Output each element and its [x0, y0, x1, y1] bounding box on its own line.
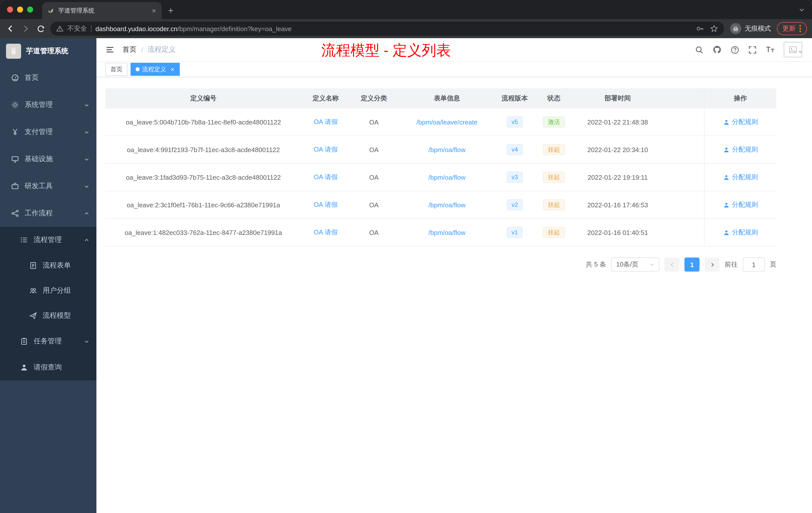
chevron-down-icon — [649, 262, 654, 267]
minimize-window-button[interactable] — [17, 6, 23, 12]
definition-id: oa_leave:2:3c1f0ef1-76b1-11ec-9c66-a2380… — [106, 191, 301, 218]
forward-icon[interactable] — [20, 23, 31, 34]
omnibox-divider — [91, 25, 91, 32]
sidebar-item-label: 用户分组 — [43, 286, 89, 295]
sidebar-item-label: 系统管理 — [25, 100, 78, 110]
logo-avatar — [6, 44, 21, 59]
tab-search-chevron-icon[interactable] — [799, 6, 812, 13]
back-icon[interactable] — [5, 23, 16, 34]
chevron-down-icon — [84, 129, 89, 135]
assign-rule-button[interactable]: 分配规则 — [723, 228, 758, 237]
breadcrumb: 首页 / 流程定义 — [122, 45, 176, 54]
table-header: 定义名称 — [301, 88, 350, 109]
assign-rule-label: 分配规则 — [732, 117, 758, 126]
goto-page-input[interactable] — [743, 258, 765, 272]
deploy-time: 2022-01-16 01:40:51 — [575, 219, 661, 246]
sidebar-item-process-form[interactable]: 流程表单 — [0, 253, 96, 278]
sidebar-item-user-group[interactable]: 用户分组 — [0, 278, 96, 303]
form-info-link[interactable]: /bpm/oa/leave/create — [416, 118, 477, 126]
assign-rule-button[interactable]: 分配规则 — [723, 145, 758, 154]
sidebar-item-workflow[interactable]: 工作流程 — [0, 200, 96, 227]
definition-name-link[interactable]: OA 请假 — [314, 145, 338, 154]
form-info-link[interactable]: /bpm/oa/flow — [428, 174, 465, 181]
bookmark-star-icon[interactable] — [710, 25, 718, 33]
sidebar-item-label: 请假查询 — [34, 363, 89, 372]
chrome-update-button[interactable]: 更新 — [777, 22, 807, 35]
current-page-button[interactable]: 1 — [685, 258, 699, 272]
sidebar-item-dev-tools[interactable]: 研发工具 — [0, 173, 96, 200]
sidebar-item-process-model[interactable]: 流程模型 — [0, 303, 96, 328]
table-header: 操作 — [704, 88, 776, 109]
address-bar[interactable]: 不安全 dashboard.yudao.iocoder.cn/bpm/manag… — [50, 22, 724, 36]
chevron-up-icon — [84, 237, 89, 243]
gear-icon — [11, 101, 19, 109]
new-tab-button[interactable] — [164, 3, 178, 18]
tab-close-icon[interactable] — [151, 8, 157, 13]
definition-name-link[interactable]: OA 请假 — [314, 117, 338, 126]
sidebar-logo[interactable]: 芋道管理系统 — [0, 38, 96, 64]
main-area: 首页 / 流程定义 流程模型 - 定义列表 — [96, 38, 812, 513]
security-label[interactable]: 不安全 — [67, 24, 87, 33]
url-path: /bpm/manager/definition?key=oa_leave — [177, 25, 292, 32]
yen-icon — [11, 128, 19, 136]
browser-toolbar: 不安全 dashboard.yudao.iocoder.cn/bpm/manag… — [0, 19, 812, 38]
assign-rule-button[interactable]: 分配规则 — [723, 200, 758, 209]
tag-process-definition[interactable]: 流程定义 — [130, 63, 180, 76]
status-badge: 挂起 — [543, 227, 565, 238]
definition-category: OA — [350, 191, 398, 218]
fullscreen-icon[interactable] — [748, 46, 757, 54]
browser-tab[interactable]: 芋道管理系统 — [42, 2, 162, 19]
security-warning-icon[interactable] — [56, 25, 63, 32]
definition-category: OA — [350, 109, 398, 135]
sidebar-item-label: 基础设施 — [25, 155, 78, 163]
close-window-button[interactable] — [7, 6, 13, 12]
sidebar-item-infrastructure[interactable]: 基础设施 — [0, 146, 96, 173]
password-key-icon[interactable] — [696, 25, 704, 33]
font-size-icon[interactable] — [766, 46, 775, 54]
definition-name-link[interactable]: OA 请假 — [314, 200, 338, 209]
sidebar-item-task-management[interactable]: 任务管理 — [0, 328, 96, 354]
url-text[interactable]: dashboard.yudao.iocoder.cn/bpm/manager/d… — [95, 25, 291, 32]
assign-rule-button[interactable]: 分配规则 — [723, 117, 758, 126]
form-info-link[interactable]: /bpm/oa/flow — [428, 229, 465, 236]
row-spacer — [661, 219, 704, 246]
list-icon — [20, 236, 28, 244]
definition-name-link[interactable]: OA 请假 — [314, 228, 338, 237]
table-row: oa_leave:4:991f2193-7b7f-11ec-a3c8-acde4… — [106, 136, 776, 163]
sidebar-item-label: 流程管理 — [34, 235, 78, 244]
browser-menu-icon[interactable] — [799, 25, 802, 33]
table-header: 表单信息 — [398, 88, 496, 109]
tag-close-icon[interactable] — [170, 67, 175, 71]
caret-down-icon — [798, 49, 803, 57]
sidebar-item-process-management[interactable]: 流程管理 — [0, 227, 96, 253]
sidebar-item-system[interactable]: 系统管理 — [0, 91, 96, 118]
help-icon[interactable] — [731, 46, 739, 54]
sidebar-item-label: 工作流程 — [25, 209, 78, 218]
hamburger-icon[interactable] — [106, 45, 115, 54]
goto-label: 前往 — [725, 260, 738, 269]
document-icon — [29, 262, 37, 270]
sidebar-item-payment[interactable]: 支付管理 — [0, 118, 96, 146]
tag-home[interactable]: 首页 — [106, 63, 127, 76]
definition-name-link[interactable]: OA 请假 — [314, 173, 338, 182]
zoom-window-button[interactable] — [27, 6, 33, 12]
top-navbar: 首页 / 流程定义 流程模型 - 定义列表 — [96, 38, 812, 61]
sidebar-item-home[interactable]: 首页 — [0, 64, 96, 91]
form-info-link[interactable]: /bpm/oa/flow — [428, 201, 465, 209]
prev-page-button[interactable] — [664, 258, 679, 272]
sidebar-item-leave-query[interactable]: 请假查询 — [0, 354, 96, 381]
form-info-link[interactable]: /bpm/oa/flow — [428, 146, 465, 153]
navbar-actions — [695, 42, 803, 57]
reload-icon[interactable] — [35, 23, 46, 34]
search-icon[interactable] — [695, 46, 703, 54]
breadcrumb-current: 流程定义 — [148, 45, 176, 54]
next-page-button[interactable] — [704, 258, 720, 272]
tab-title: 芋道管理系统 — [58, 6, 147, 15]
breadcrumb-home[interactable]: 首页 — [122, 45, 137, 54]
github-icon[interactable] — [713, 45, 722, 54]
deploy-time: 2022-01-22 20:34:10 — [575, 136, 661, 163]
deploy-time: 2022-01-22 21:48:38 — [575, 109, 661, 135]
page-size-select[interactable]: 10条/页 — [611, 258, 659, 272]
assign-rule-button[interactable]: 分配规则 — [723, 173, 758, 182]
user-menu[interactable] — [784, 42, 803, 57]
